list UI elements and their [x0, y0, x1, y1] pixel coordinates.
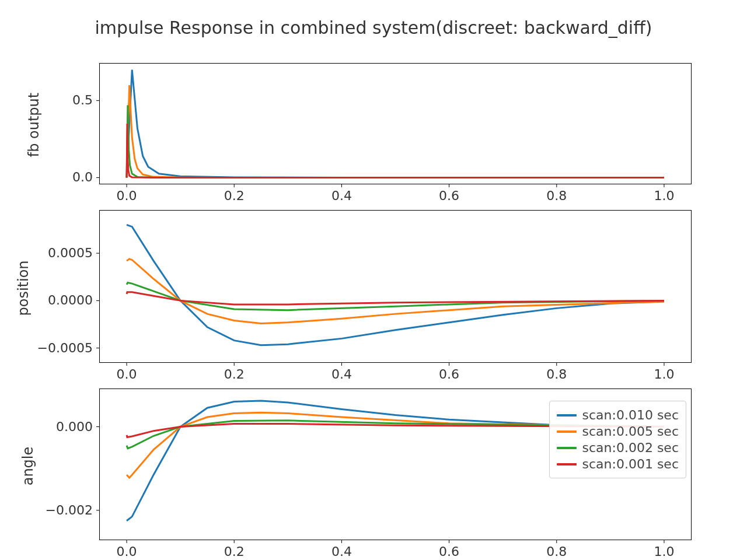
ylabel-fb: fb output [26, 90, 42, 160]
svg-text:0.8: 0.8 [546, 367, 567, 382]
svg-text:0.0: 0.0 [117, 188, 137, 203]
x-ticks: 0.00.20.40.60.81.0 [117, 540, 675, 559]
series-line [127, 225, 664, 345]
figure: impulse Response in combined system(disc… [0, 0, 747, 560]
svg-text:0.8: 0.8 [546, 544, 567, 559]
subplot-fb-output: 0.00.20.40.60.81.00.00.5 [99, 63, 692, 184]
plot-svg: 0.00.20.40.60.81.00.00.5 [100, 64, 691, 184]
svg-text:0.4: 0.4 [331, 188, 352, 203]
series-line [127, 70, 664, 178]
svg-text:−0.002: −0.002 [46, 503, 93, 517]
series-line [127, 105, 664, 177]
svg-text:0.2: 0.2 [224, 188, 245, 203]
svg-text:0.2: 0.2 [224, 367, 245, 382]
legend-swatch [557, 463, 577, 466]
legend-label: scan:0.005 sec [582, 424, 679, 439]
legend-label: scan:0.002 sec [582, 440, 679, 455]
legend-swatch [557, 414, 577, 416]
series-line [127, 259, 664, 324]
y-ticks: −0.00050.00000.0005 [37, 246, 100, 355]
legend-swatch [557, 430, 577, 433]
svg-text:0.0005: 0.0005 [48, 246, 93, 260]
y-ticks: 0.00.5 [72, 93, 100, 184]
y-ticks: −0.0020.000 [46, 419, 100, 517]
svg-text:0.5: 0.5 [72, 93, 93, 107]
svg-text:−0.0005: −0.0005 [37, 341, 93, 355]
legend-item: scan:0.001 sec [557, 457, 679, 471]
series-line [127, 292, 664, 304]
ylabel-ang: angle [20, 431, 36, 501]
subplot-position: 0.00.20.40.60.81.0−0.00050.00000.0005 [99, 210, 692, 363]
series-line [127, 85, 664, 177]
svg-text:0.0: 0.0 [117, 544, 137, 559]
svg-text:0.0000: 0.0000 [48, 293, 93, 307]
legend-label: scan:0.010 sec [582, 408, 679, 422]
svg-text:0.4: 0.4 [331, 544, 352, 559]
legend: scan:0.010 secscan:0.005 secscan:0.002 s… [549, 401, 686, 478]
figure-title: impulse Response in combined system(disc… [0, 18, 747, 38]
legend-item: scan:0.010 sec [557, 408, 679, 422]
x-ticks: 0.00.20.40.60.81.0 [117, 184, 675, 203]
x-ticks: 0.00.20.40.60.81.0 [117, 362, 675, 382]
ylabel-pos: position [15, 253, 32, 323]
plot-svg: 0.00.20.40.60.81.0−0.00050.00000.0005 [100, 211, 691, 362]
svg-text:1.0: 1.0 [654, 544, 674, 559]
svg-text:0.8: 0.8 [546, 188, 567, 203]
svg-text:0.000: 0.000 [56, 419, 93, 434]
svg-text:0.0: 0.0 [72, 170, 93, 184]
legend-item: scan:0.002 sec [557, 440, 679, 455]
svg-text:1.0: 1.0 [654, 367, 674, 382]
svg-text:1.0: 1.0 [654, 188, 674, 203]
svg-text:0.4: 0.4 [331, 367, 352, 382]
svg-text:0.6: 0.6 [439, 188, 459, 203]
legend-item: scan:0.005 sec [557, 424, 679, 439]
series-line [127, 124, 664, 177]
legend-swatch [557, 447, 577, 449]
svg-text:0.2: 0.2 [224, 544, 245, 559]
subplot-angle: 0.00.20.40.60.81.0−0.0020.000scan:0.010 … [99, 388, 692, 540]
svg-text:0.6: 0.6 [439, 367, 459, 382]
svg-text:0.6: 0.6 [439, 544, 459, 559]
legend-label: scan:0.001 sec [582, 457, 679, 471]
svg-text:0.0: 0.0 [117, 367, 137, 382]
